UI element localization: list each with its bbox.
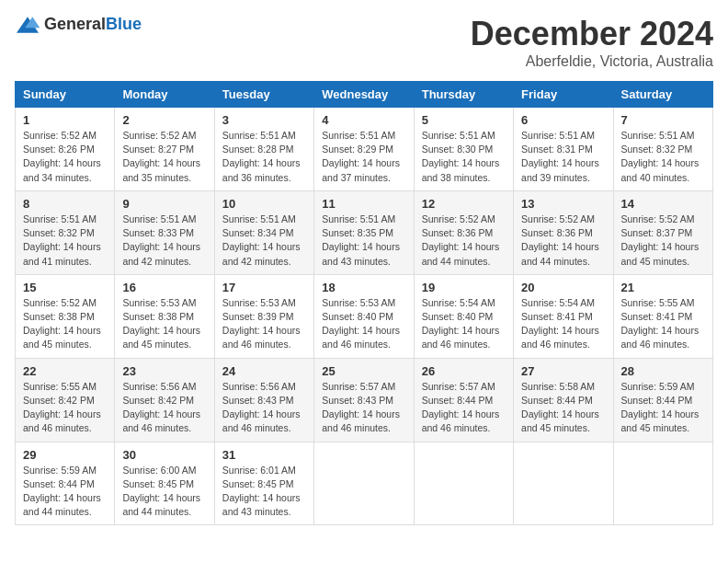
calendar-cell: 28Sunrise: 5:59 AMSunset: 8:44 PMDayligh…	[613, 358, 712, 442]
week-row-2: 8Sunrise: 5:51 AMSunset: 8:32 PMDaylight…	[16, 190, 713, 274]
day-number: 5	[422, 113, 506, 127]
calendar-cell: 8Sunrise: 5:51 AMSunset: 8:32 PMDaylight…	[16, 190, 115, 274]
day-info: Sunrise: 5:55 AMSunset: 8:42 PMDaylight:…	[23, 380, 107, 436]
day-number: 10	[222, 197, 306, 211]
day-number: 20	[521, 281, 605, 294]
weekday-header-thursday: Thursday	[414, 82, 513, 108]
day-number: 25	[322, 364, 405, 378]
day-info: Sunrise: 5:57 AMSunset: 8:44 PMDaylight:…	[422, 380, 506, 436]
day-number: 21	[621, 281, 705, 294]
weekday-header-saturday: Saturday	[613, 82, 712, 108]
day-info: Sunrise: 6:01 AMSunset: 8:45 PMDaylight:…	[222, 464, 306, 520]
day-info: Sunrise: 5:53 AMSunset: 8:39 PMDaylight:…	[222, 296, 306, 352]
day-number: 24	[222, 364, 306, 378]
day-info: Sunrise: 5:59 AMSunset: 8:44 PMDaylight:…	[23, 464, 107, 520]
day-info: Sunrise: 5:55 AMSunset: 8:41 PMDaylight:…	[621, 296, 705, 352]
day-info: Sunrise: 5:59 AMSunset: 8:44 PMDaylight:…	[621, 380, 705, 436]
calendar-cell: 25Sunrise: 5:57 AMSunset: 8:43 PMDayligh…	[314, 358, 414, 442]
calendar-cell: 30Sunrise: 6:00 AMSunset: 8:45 PMDayligh…	[115, 442, 214, 525]
day-info: Sunrise: 5:54 AMSunset: 8:41 PMDaylight:…	[521, 296, 605, 352]
calendar-cell: 14Sunrise: 5:52 AMSunset: 8:37 PMDayligh…	[613, 190, 712, 274]
weekday-header-row: SundayMondayTuesdayWednesdayThursdayFrid…	[16, 82, 713, 108]
day-number: 26	[422, 364, 506, 378]
day-number: 31	[222, 448, 306, 462]
calendar-cell: 7Sunrise: 5:51 AMSunset: 8:32 PMDaylight…	[613, 108, 712, 191]
day-info: Sunrise: 5:51 AMSunset: 8:34 PMDaylight:…	[222, 213, 306, 269]
title-area: December 2024 Aberfeldie, Victoria, Aust…	[471, 15, 713, 70]
day-number: 17	[222, 281, 306, 294]
day-number: 3	[222, 113, 306, 127]
calendar-cell: 20Sunrise: 5:54 AMSunset: 8:41 PMDayligh…	[514, 274, 613, 358]
day-number: 16	[122, 281, 206, 294]
day-number: 11	[322, 197, 405, 211]
day-number: 27	[521, 364, 605, 378]
weekday-header-friday: Friday	[514, 82, 613, 108]
day-info: Sunrise: 5:51 AMSunset: 8:32 PMDaylight:…	[23, 213, 107, 269]
day-number: 29	[23, 448, 107, 462]
calendar-cell: 6Sunrise: 5:51 AMSunset: 8:31 PMDaylight…	[514, 108, 613, 191]
day-info: Sunrise: 5:53 AMSunset: 8:40 PMDaylight:…	[322, 296, 405, 352]
day-number: 9	[122, 197, 206, 211]
day-info: Sunrise: 5:51 AMSunset: 8:32 PMDaylight:…	[621, 129, 705, 185]
calendar-cell: 1Sunrise: 5:52 AMSunset: 8:26 PMDaylight…	[16, 108, 115, 191]
day-number: 14	[621, 197, 705, 211]
day-info: Sunrise: 5:52 AMSunset: 8:26 PMDaylight:…	[23, 129, 107, 185]
calendar-cell	[613, 442, 712, 525]
calendar-cell: 26Sunrise: 5:57 AMSunset: 8:44 PMDayligh…	[414, 358, 513, 442]
day-number: 4	[322, 113, 405, 127]
weekday-header-sunday: Sunday	[16, 82, 115, 108]
day-info: Sunrise: 5:51 AMSunset: 8:29 PMDaylight:…	[322, 129, 405, 185]
calendar-cell: 12Sunrise: 5:52 AMSunset: 8:36 PMDayligh…	[414, 190, 513, 274]
calendar-cell: 4Sunrise: 5:51 AMSunset: 8:29 PMDaylight…	[314, 108, 414, 191]
day-info: Sunrise: 5:58 AMSunset: 8:44 PMDaylight:…	[521, 380, 605, 436]
logo-icon	[15, 16, 40, 34]
calendar-cell: 2Sunrise: 5:52 AMSunset: 8:27 PMDaylight…	[115, 108, 214, 191]
calendar-cell: 21Sunrise: 5:55 AMSunset: 8:41 PMDayligh…	[613, 274, 712, 358]
day-info: Sunrise: 5:56 AMSunset: 8:42 PMDaylight:…	[122, 380, 206, 436]
day-info: Sunrise: 5:51 AMSunset: 8:31 PMDaylight:…	[521, 129, 605, 185]
calendar-cell: 19Sunrise: 5:54 AMSunset: 8:40 PMDayligh…	[414, 274, 513, 358]
day-number: 2	[122, 113, 206, 127]
calendar-cell: 18Sunrise: 5:53 AMSunset: 8:40 PMDayligh…	[314, 274, 414, 358]
calendar-cell: 3Sunrise: 5:51 AMSunset: 8:28 PMDaylight…	[214, 108, 313, 191]
day-info: Sunrise: 5:52 AMSunset: 8:27 PMDaylight:…	[122, 129, 206, 185]
day-info: Sunrise: 5:52 AMSunset: 8:38 PMDaylight:…	[23, 296, 107, 352]
day-number: 1	[23, 113, 107, 127]
day-info: Sunrise: 5:52 AMSunset: 8:36 PMDaylight:…	[422, 213, 506, 269]
day-number: 7	[621, 113, 705, 127]
day-number: 23	[122, 364, 206, 378]
day-info: Sunrise: 5:52 AMSunset: 8:36 PMDaylight:…	[521, 213, 605, 269]
day-info: Sunrise: 6:00 AMSunset: 8:45 PMDaylight:…	[122, 464, 206, 520]
calendar-cell: 16Sunrise: 5:53 AMSunset: 8:38 PMDayligh…	[115, 274, 214, 358]
location-title: Aberfeldie, Victoria, Australia	[471, 53, 713, 70]
day-info: Sunrise: 5:51 AMSunset: 8:30 PMDaylight:…	[422, 129, 506, 185]
logo-text-general: General	[44, 15, 106, 33]
day-info: Sunrise: 5:51 AMSunset: 8:35 PMDaylight:…	[322, 213, 405, 269]
day-number: 6	[521, 113, 605, 127]
calendar-cell: 5Sunrise: 5:51 AMSunset: 8:30 PMDaylight…	[414, 108, 513, 191]
calendar-cell: 24Sunrise: 5:56 AMSunset: 8:43 PMDayligh…	[214, 358, 313, 442]
calendar-cell	[514, 442, 613, 525]
weekday-header-monday: Monday	[115, 82, 214, 108]
logo: GeneralBlue	[15, 15, 142, 34]
calendar-cell: 23Sunrise: 5:56 AMSunset: 8:42 PMDayligh…	[115, 358, 214, 442]
calendar-cell: 10Sunrise: 5:51 AMSunset: 8:34 PMDayligh…	[214, 190, 313, 274]
day-info: Sunrise: 5:52 AMSunset: 8:37 PMDaylight:…	[621, 213, 705, 269]
day-number: 12	[422, 197, 506, 211]
calendar-cell: 27Sunrise: 5:58 AMSunset: 8:44 PMDayligh…	[514, 358, 613, 442]
day-info: Sunrise: 5:56 AMSunset: 8:43 PMDaylight:…	[222, 380, 306, 436]
calendar-cell: 15Sunrise: 5:52 AMSunset: 8:38 PMDayligh…	[16, 274, 115, 358]
day-number: 28	[621, 364, 705, 378]
calendar-cell: 9Sunrise: 5:51 AMSunset: 8:33 PMDaylight…	[115, 190, 214, 274]
day-number: 18	[322, 281, 405, 294]
calendar-cell: 13Sunrise: 5:52 AMSunset: 8:36 PMDayligh…	[514, 190, 613, 274]
weekday-header-wednesday: Wednesday	[314, 82, 414, 108]
calendar-cell: 17Sunrise: 5:53 AMSunset: 8:39 PMDayligh…	[214, 274, 313, 358]
day-number: 13	[521, 197, 605, 211]
day-info: Sunrise: 5:53 AMSunset: 8:38 PMDaylight:…	[122, 296, 206, 352]
day-number: 19	[422, 281, 506, 294]
day-number: 22	[23, 364, 107, 378]
day-number: 15	[23, 281, 107, 294]
week-row-4: 22Sunrise: 5:55 AMSunset: 8:42 PMDayligh…	[16, 358, 713, 442]
calendar-cell	[414, 442, 513, 525]
